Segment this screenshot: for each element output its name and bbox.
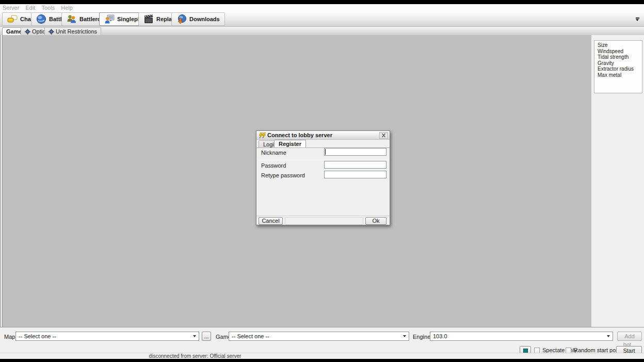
subtab-game-label: Game <box>6 28 22 35</box>
subtab-bar: Game Options Unit Re <box>0 27 644 35</box>
engine-select[interactable]: 103.0 <box>430 332 613 341</box>
people-icon <box>67 14 77 24</box>
dialog-titlebar[interactable]: Connect to lobby server <box>256 131 390 140</box>
game-select[interactable]: -- Select one -- <box>229 332 409 341</box>
chat-icon <box>7 14 18 24</box>
map-info-region: Size Windspeed Tidal strength Gravity Ex… <box>591 35 644 327</box>
engine-label: Engine: <box>413 333 432 341</box>
map-option-size: Size <box>598 42 642 48</box>
map-option-maxmetal: Max metal <box>598 72 642 78</box>
menu-edit[interactable]: Edit <box>25 4 35 11</box>
map-option-gravity: Gravity <box>598 60 642 67</box>
nickname-label: Nickname <box>261 150 286 156</box>
dialog-title: Connect to lobby server <box>267 132 332 138</box>
subtab-unit-restrictions[interactable]: Unit Restrictions <box>44 27 101 35</box>
globe-download-icon <box>176 14 187 24</box>
chevron-down-icon <box>403 335 406 337</box>
clapperboard-icon <box>143 14 154 24</box>
bottom-panel: Map: -- Select one -- ... Game: -- Selec… <box>0 327 644 353</box>
toolbar-overflow-icon[interactable] <box>635 18 640 22</box>
ok-button[interactable]: Ok <box>365 217 387 225</box>
cancel-button[interactable]: Cancel <box>259 217 283 225</box>
menubar: Server Edit Tools Help <box>0 4 644 11</box>
globe-icon <box>36 14 46 24</box>
menu-help[interactable]: Help <box>61 4 73 11</box>
statusbar: disconnected from server: Official serve… <box>0 353 644 359</box>
retype-password-label: Retype password <box>261 172 305 178</box>
menu-server[interactable]: Server <box>3 4 19 11</box>
map-option-extractor: Extractor radius <box>598 66 642 72</box>
add-bot-button[interactable]: Add bot... <box>617 332 642 341</box>
retype-password-field[interactable] <box>324 171 387 178</box>
password-field[interactable] <box>324 161 387 169</box>
menu-tools[interactable]: Tools <box>42 4 55 11</box>
text-caret <box>325 149 326 155</box>
engine-select-value: 103.0 <box>433 332 447 340</box>
dialog-tabbar: Login Register <box>256 140 390 147</box>
gear-icon <box>25 29 30 35</box>
map-select[interactable]: -- Select one -- <box>15 332 199 341</box>
tab-downloads[interactable]: Downloads <box>171 12 225 26</box>
toolbar: Chat Battlelist Battleroom <box>0 11 644 27</box>
lightning-icon <box>259 133 266 138</box>
gear-icon <box>49 29 54 35</box>
close-icon[interactable] <box>379 132 388 139</box>
connect-dialog: Connect to lobby server Login Register N… <box>256 130 390 225</box>
chevron-down-icon <box>607 335 610 337</box>
dialog-tab-register[interactable]: Register <box>274 140 306 147</box>
nickname-field[interactable] <box>324 148 387 156</box>
status-text: disconnected from server: Official serve… <box>0 353 390 359</box>
dialog-buttonbar: Cancel Ok <box>256 216 390 225</box>
game-select-value: -- Select one -- <box>232 332 269 340</box>
map-label: Map: <box>4 333 17 341</box>
map-option-tidal: Tidal strength <box>598 54 642 60</box>
tab-downloads-label: Downloads <box>189 16 220 22</box>
map-option-windspeed: Windspeed <box>598 48 642 55</box>
map-options-panel: Size Windspeed Tidal strength Gravity Ex… <box>594 40 642 93</box>
map-browse-button[interactable]: ... <box>202 332 211 341</box>
person-monitor-icon <box>104 14 115 24</box>
map-select-value: -- Select one -- <box>19 332 56 340</box>
subtab-unit-restrictions-label: Unit Restrictions <box>56 28 97 35</box>
divider <box>259 160 389 160</box>
chevron-down-icon <box>193 335 196 337</box>
password-label: Password <box>261 162 286 169</box>
dialog-button-spacer <box>285 217 363 225</box>
